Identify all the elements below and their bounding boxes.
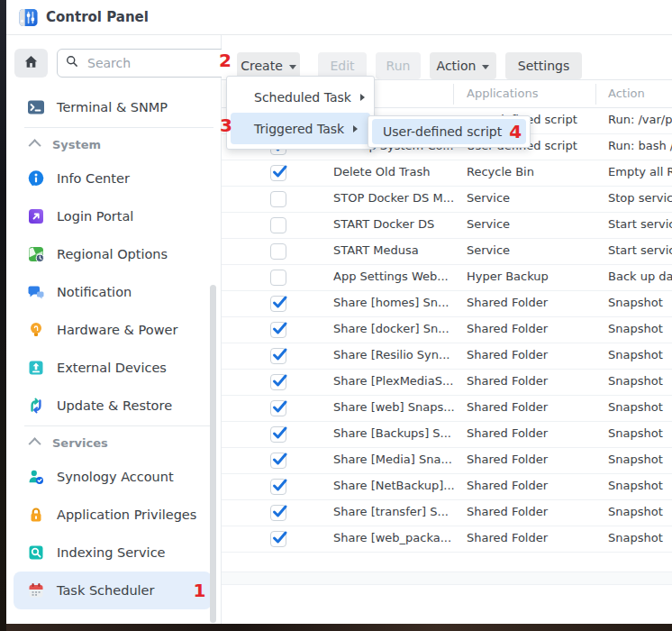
hardware-power-icon	[27, 321, 45, 339]
sidebar-item-application-privileges[interactable]: Application Privileges	[14, 496, 212, 534]
sidebar-item-task-scheduler[interactable]: Task Scheduler1	[14, 572, 212, 609]
sidebar-item-notification[interactable]: Notification	[14, 273, 212, 311]
sidebar: Terminal & SNMP SystemInfo CenterLogin P…	[6, 35, 222, 631]
sidebar-section-services[interactable]: Services	[6, 427, 221, 458]
table-row[interactable]: Delete Old TrashRecycle BinEmpty all R	[222, 160, 672, 187]
sidebar-item-login-portal[interactable]: Login Portal	[14, 197, 212, 235]
sidebar-item-terminal-snmp[interactable]: Terminal & SNMP	[14, 88, 212, 126]
enabled-checkbox-checked[interactable]	[270, 165, 286, 181]
task-name: Share [docker] Sn...	[333, 322, 455, 335]
column-header-applications[interactable]: Applications	[467, 87, 538, 100]
table-row[interactable]: STOP Docker DS M...ServiceStop servic	[222, 187, 672, 213]
sidebar-item-regional-options[interactable]: Regional Options	[14, 235, 212, 273]
enabled-checkbox-checked[interactable]	[270, 296, 286, 312]
enabled-checkbox-checked[interactable]	[270, 374, 286, 390]
table-row[interactable]: Share [transfer] S...Shared FolderSnapsh…	[222, 500, 672, 526]
table-row[interactable]: Share [NetBackup]...Shared FolderSnapsho…	[222, 474, 672, 500]
button-label: Run	[386, 59, 411, 73]
task-name: Share [transfer] S...	[333, 505, 455, 518]
sidebar-divider	[24, 425, 213, 426]
desktop-background-left	[0, 0, 6, 631]
task-application: Shared Folder	[467, 453, 593, 466]
search-icon	[65, 54, 79, 72]
task-action: Snapshot	[608, 505, 672, 518]
login-portal-icon	[27, 207, 45, 225]
table-row[interactable]: Share [PlexMediaS...Shared FolderSnapsho…	[222, 370, 672, 396]
table-row[interactable]: Share [docker] Sn...Shared FolderSnapsho…	[222, 317, 672, 343]
task-action: Run: /var/p	[608, 113, 672, 126]
sidebar-item-update-restore[interactable]: Update & Restore	[14, 387, 212, 425]
enabled-checkbox-checked[interactable]	[270, 400, 286, 416]
sidebar-scrollbar[interactable]	[210, 285, 216, 623]
enabled-checkbox-unchecked[interactable]	[270, 270, 286, 286]
sidebar-item-external-devices[interactable]: External Devices	[14, 349, 212, 387]
enabled-checkbox-checked[interactable]	[270, 426, 286, 443]
enabled-checkbox-checked[interactable]	[270, 531, 286, 547]
task-action: Snapshot	[608, 374, 672, 388]
task-name: Share [PlexMediaS...	[333, 374, 455, 388]
task-action: Start servic	[608, 217, 672, 231]
menu-item-scheduled-task[interactable]: Scheduled Task	[231, 81, 370, 113]
settings-button[interactable]: Settings	[505, 52, 582, 79]
table-row[interactable]: Share [web_packa...Shared FolderSnapshot	[222, 526, 672, 553]
enabled-checkbox-checked[interactable]	[270, 453, 286, 469]
task-name: Share [NetBackup]...	[333, 479, 455, 492]
task-application: Service	[467, 191, 593, 205]
synology-account-icon	[27, 468, 45, 486]
task-action: Snapshot	[608, 531, 672, 544]
annotation-step-2: 2	[219, 51, 232, 69]
desktop-background-bottom	[0, 624, 672, 631]
chevron-up-icon	[29, 437, 41, 450]
table-row[interactable]: Share [homes] Sn...Shared FolderSnapshot	[222, 291, 672, 317]
submenu-item-label: User-defined script	[383, 124, 502, 139]
task-action: Snapshot	[608, 400, 672, 414]
table-row[interactable]: App Settings Web...Hyper BackupBack up d…	[222, 265, 672, 291]
enabled-checkbox-checked[interactable]	[270, 348, 286, 364]
enabled-checkbox-unchecked[interactable]	[270, 243, 286, 260]
sidebar-item-indexing-service[interactable]: Indexing Service	[14, 534, 212, 572]
column-header-action[interactable]: Action	[608, 87, 645, 100]
table-row[interactable]: Share [web] Snaps...Shared FolderSnapsho…	[222, 396, 672, 422]
chevron-up-icon	[29, 139, 41, 151]
enabled-checkbox-unchecked[interactable]	[270, 191, 286, 207]
table-row[interactable]: START MedusaServiceStart servic	[222, 239, 672, 265]
button-label: Action	[437, 59, 477, 73]
content-area: CreateEditRunActionSettings Applications…	[222, 35, 672, 631]
triggered-task-submenu: User-defined script4	[368, 115, 531, 148]
enabled-checkbox-unchecked[interactable]	[270, 217, 286, 233]
action-button[interactable]: Action	[430, 52, 496, 79]
sidebar-divider	[24, 127, 213, 128]
table-row[interactable]: Share [Media] Sna...Shared FolderSnapsho…	[222, 448, 672, 474]
table-row[interactable]: Share [Backups] S...Shared FolderSnapsho…	[222, 422, 672, 448]
enabled-checkbox-checked[interactable]	[270, 322, 286, 338]
home-icon	[23, 53, 40, 74]
sidebar-item-synology-account[interactable]: Synology Account	[14, 458, 212, 496]
task-action: Back up da	[608, 270, 672, 283]
task-application: Shared Folder	[467, 296, 593, 309]
sidebar-item-label: Update & Restore	[57, 398, 172, 413]
task-action: Snapshot	[608, 348, 672, 361]
create-dropdown-menu: Scheduled TaskTriggered Task	[226, 76, 375, 150]
task-action: Snapshot	[608, 479, 672, 492]
task-name: Share [web_packa...	[333, 531, 455, 544]
section-label: System	[52, 138, 101, 151]
sidebar-item-info-center[interactable]: Info Center	[14, 160, 212, 197]
sidebar-item-hardware-power[interactable]: Hardware & Power	[14, 311, 212, 349]
sidebar-section-system[interactable]: System	[6, 129, 221, 160]
enabled-checkbox-checked[interactable]	[270, 479, 286, 495]
task-application: Shared Folder	[467, 479, 593, 492]
enabled-checkbox-checked[interactable]	[270, 505, 286, 521]
menu-item-triggered-task[interactable]: Triggered Task	[231, 113, 370, 144]
submenu-item-user-defined-script[interactable]: User-defined script4	[372, 119, 526, 144]
sidebar-item-label: Login Portal	[57, 209, 133, 224]
home-button[interactable]	[14, 49, 48, 78]
task-application: Service	[467, 243, 593, 257]
menu-item-label: Triggered Task	[254, 122, 344, 136]
sidebar-item-label: Terminal & SNMP	[57, 100, 168, 114]
task-table: Applications Action User-defined scriptR…	[222, 79, 672, 585]
task-application: Shared Folder	[467, 322, 593, 335]
table-row[interactable]: Share [Resilio Syn...Shared FolderSnapsh…	[222, 343, 672, 370]
task-name: Share [Media] Sna...	[333, 453, 455, 466]
submenu-arrow-icon	[360, 94, 365, 101]
table-row[interactable]: START Docker DSServiceStart servic	[222, 213, 672, 239]
